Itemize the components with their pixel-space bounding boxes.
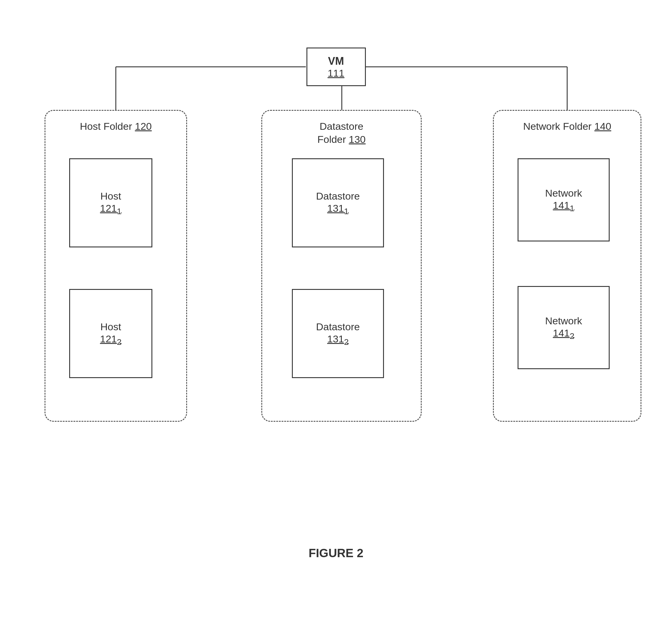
datastore-item-2-ref: 1312 [327, 333, 349, 347]
host-item-1: Host 1211 [69, 158, 152, 247]
host-folder-title: Host Folder [80, 121, 135, 132]
network-folder-ref: 140 [595, 121, 611, 132]
host-item-2: Host 1212 [69, 289, 152, 378]
network-folder-title: Network Folder [523, 121, 595, 132]
host-item-1-label: Host [100, 190, 121, 203]
datastore-item-2-label: Datastore [316, 320, 359, 333]
figure-caption: FIGURE 2 [30, 546, 642, 560]
network-item-1-ref: 1411 [553, 199, 575, 213]
network-folder-label: Network Folder 140 [494, 120, 640, 133]
network-item-2-ref: 1412 [553, 327, 575, 341]
datastore-folder-container: DatastoreFolder 130 Datastore 1311 Datas… [261, 110, 421, 422]
network-item-2: Network 1412 [517, 286, 610, 369]
host-item-2-ref: 1212 [100, 333, 122, 347]
host-folder-label: Host Folder 120 [46, 120, 186, 133]
network-item-1-label: Network [545, 186, 582, 199]
network-item-1: Network 1411 [517, 158, 610, 241]
datastore-item-1: Datastore 1311 [292, 158, 384, 247]
datastore-item-2: Datastore 1312 [292, 289, 384, 378]
diagram: VM 111 Host Folder 120 Host 1211 Host 12… [30, 30, 642, 584]
host-item-2-label: Host [100, 320, 121, 333]
vm-label: VM [328, 55, 344, 68]
network-folder-container: Network Folder 140 Network 1411 Network … [493, 110, 642, 422]
host-folder-ref: 120 [135, 121, 152, 132]
datastore-item-1-ref: 1311 [327, 203, 349, 216]
host-folder-container: Host Folder 120 Host 1211 Host 1212 [45, 110, 187, 422]
datastore-folder-label: DatastoreFolder 130 [262, 120, 421, 146]
datastore-item-1-label: Datastore [316, 190, 359, 203]
host-item-1-ref: 1211 [100, 203, 122, 216]
datastore-folder-ref: 130 [349, 134, 366, 145]
vm-box: VM 111 [306, 48, 366, 86]
vm-ref: 111 [328, 68, 344, 79]
network-item-2-label: Network [545, 314, 582, 327]
